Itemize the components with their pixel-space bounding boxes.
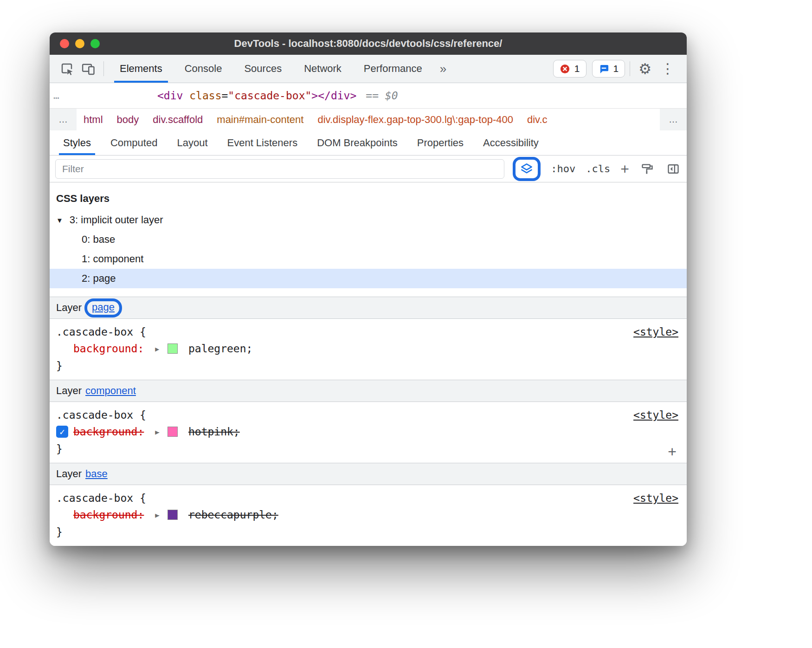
layer-link-component[interactable]: component bbox=[85, 385, 136, 397]
tab-elements[interactable]: Elements bbox=[109, 55, 174, 83]
layers-tree-root[interactable]: ▼ 3: implicit outer layer bbox=[50, 210, 687, 230]
tab-layout[interactable]: Layout bbox=[167, 130, 217, 155]
tab-styles[interactable]: Styles bbox=[53, 130, 101, 155]
property-name[interactable]: background: bbox=[73, 343, 144, 355]
tab-accessibility[interactable]: Accessibility bbox=[473, 130, 548, 155]
tab-network[interactable]: Network bbox=[293, 55, 353, 83]
style-tag-link[interactable]: <style> bbox=[633, 490, 678, 506]
tab-event-listeners[interactable]: Event Listeners bbox=[218, 130, 308, 155]
issues-count: 1 bbox=[613, 63, 619, 74]
expand-arrow-icon[interactable]: ▶ bbox=[155, 428, 159, 436]
inspect-cursor-icon bbox=[60, 62, 74, 76]
property-name[interactable]: background: bbox=[73, 509, 144, 521]
breadcrumb: … html body div.scaffold main#main-conte… bbox=[50, 108, 687, 130]
dollar-zero-ref: $0 bbox=[385, 90, 398, 102]
tab-properties[interactable]: Properties bbox=[407, 130, 473, 155]
dom-selected-marker: == $0 bbox=[366, 90, 398, 102]
color-swatch[interactable] bbox=[168, 427, 178, 437]
annotation-circle-layers bbox=[513, 157, 541, 181]
css-layers-toggle-button[interactable] bbox=[519, 161, 535, 177]
traffic-lights bbox=[60, 39, 100, 48]
breadcrumb-overflow-right[interactable]: … bbox=[660, 109, 687, 130]
style-rule-base: <style> .cascade-box { background: ▶ reb… bbox=[50, 485, 687, 546]
layer-link-page[interactable]: page bbox=[92, 301, 115, 313]
devtools-main-toolbar: Elements Console Sources Network Perform… bbox=[50, 55, 687, 83]
layers-icon bbox=[520, 162, 534, 176]
rule-selector[interactable]: .cascade-box { bbox=[56, 324, 680, 340]
rule-selector[interactable]: .cascade-box { bbox=[56, 490, 680, 506]
property-value[interactable]: rebeccapurple; bbox=[188, 509, 278, 521]
breadcrumb-overflow-left[interactable]: … bbox=[50, 109, 77, 130]
inspect-element-button[interactable] bbox=[56, 58, 77, 79]
close-window-button[interactable] bbox=[60, 39, 69, 48]
breadcrumb-item-display-flex[interactable]: div.display-flex.gap-top-300.lg\:gap-top… bbox=[310, 114, 520, 126]
status-badges: 1 1 bbox=[553, 60, 625, 78]
rule-close-brace: } bbox=[56, 441, 680, 457]
layer-link-base[interactable]: base bbox=[85, 468, 108, 480]
dom-tag-close: ></div> bbox=[311, 90, 356, 102]
collapse-arrow-icon[interactable]: ▼ bbox=[56, 216, 63, 224]
more-panels-button[interactable]: » bbox=[433, 62, 453, 76]
color-swatch[interactable] bbox=[168, 510, 178, 520]
tab-computed[interactable]: Computed bbox=[101, 130, 168, 155]
toggle-hover-state-button[interactable]: :hov bbox=[551, 163, 575, 175]
style-tag-link[interactable]: <style> bbox=[633, 324, 678, 340]
element-classes-button[interactable]: .cls bbox=[586, 163, 610, 175]
zoom-window-button[interactable] bbox=[90, 39, 100, 48]
rule-selector[interactable]: .cascade-box { bbox=[56, 407, 680, 423]
error-icon bbox=[560, 64, 570, 74]
style-tag-link[interactable]: <style> bbox=[633, 407, 678, 423]
breadcrumb-item-body[interactable]: body bbox=[110, 114, 146, 126]
layer-section-header-component: Layer component bbox=[50, 380, 687, 402]
declaration-background-base[interactable]: background: ▶ rebeccapurple; bbox=[56, 506, 680, 524]
style-rule-component: <style> .cascade-box { ✓ background: ▶ h… bbox=[50, 402, 687, 463]
layers-root-label: 3: implicit outer layer bbox=[70, 214, 163, 226]
sidebar-dock-toggle-button[interactable] bbox=[665, 161, 681, 177]
dom-selected-node[interactable]: <div class="cascade-box"></div>== $0 bbox=[157, 90, 398, 102]
toolbar-divider bbox=[103, 61, 104, 76]
new-style-rule-button[interactable]: + bbox=[620, 162, 629, 176]
breadcrumb-item-truncated[interactable]: div.c bbox=[520, 114, 554, 126]
css-layers-title: CSS layers bbox=[50, 189, 687, 210]
settings-button[interactable]: ⚙ bbox=[635, 62, 655, 76]
expand-arrow-icon[interactable]: ▶ bbox=[155, 511, 159, 519]
dom-overflow-indicator[interactable]: … bbox=[50, 90, 157, 101]
breadcrumb-item-scaffold[interactable]: div.scaffold bbox=[146, 114, 210, 126]
tab-sources[interactable]: Sources bbox=[233, 55, 293, 83]
color-swatch[interactable] bbox=[168, 343, 178, 354]
rule-close-brace: } bbox=[56, 357, 680, 374]
customize-menu-button[interactable]: ⋮ bbox=[655, 62, 680, 76]
insert-style-rule-button[interactable]: + bbox=[668, 444, 677, 459]
expand-arrow-icon[interactable]: ▶ bbox=[155, 345, 159, 353]
tab-performance[interactable]: Performance bbox=[353, 55, 433, 83]
annotation-circle-page: page bbox=[84, 298, 122, 318]
breadcrumb-item-main-content[interactable]: main#main-content bbox=[210, 114, 310, 126]
sidebar-pane-tabs: Styles Computed Layout Event Listeners D… bbox=[50, 130, 687, 156]
issues-badge[interactable]: 1 bbox=[592, 60, 625, 78]
rendering-settings-button[interactable] bbox=[639, 161, 655, 177]
styles-toolbar-buttons: :hov .cls + bbox=[513, 157, 681, 181]
property-name[interactable]: background: bbox=[73, 426, 144, 438]
tab-dom-breakpoints[interactable]: DOM Breakpoints bbox=[307, 130, 407, 155]
toolbar-divider bbox=[630, 61, 630, 76]
declaration-background-page[interactable]: background: ▶ palegreen; bbox=[56, 340, 680, 357]
layer-section-header-page: Layer page bbox=[50, 297, 687, 319]
layer-section-header-base: Layer base bbox=[50, 463, 687, 485]
minimize-window-button[interactable] bbox=[75, 39, 84, 48]
property-value[interactable]: hotpink; bbox=[188, 426, 240, 438]
declaration-checkbox[interactable]: ✓ bbox=[56, 426, 68, 438]
declaration-background-component[interactable]: ✓ background: ▶ hotpink; bbox=[56, 423, 680, 441]
property-value[interactable]: palegreen; bbox=[188, 343, 252, 355]
layers-item-page[interactable]: 2: page bbox=[50, 269, 687, 288]
rule-close-brace: } bbox=[56, 524, 680, 540]
error-badge[interactable]: 1 bbox=[553, 60, 586, 78]
device-toolbar-button[interactable] bbox=[77, 58, 99, 79]
layers-item-component[interactable]: 1: component bbox=[50, 249, 687, 269]
breadcrumb-item-html[interactable]: html bbox=[77, 114, 110, 126]
dom-attr-equals: = bbox=[221, 90, 228, 102]
layers-item-base[interactable]: 0: base bbox=[50, 230, 687, 249]
styles-filter-input[interactable] bbox=[55, 159, 504, 179]
tab-console[interactable]: Console bbox=[174, 55, 233, 83]
layer-header-label: Layer bbox=[56, 468, 82, 480]
dock-panel-icon bbox=[667, 162, 680, 175]
